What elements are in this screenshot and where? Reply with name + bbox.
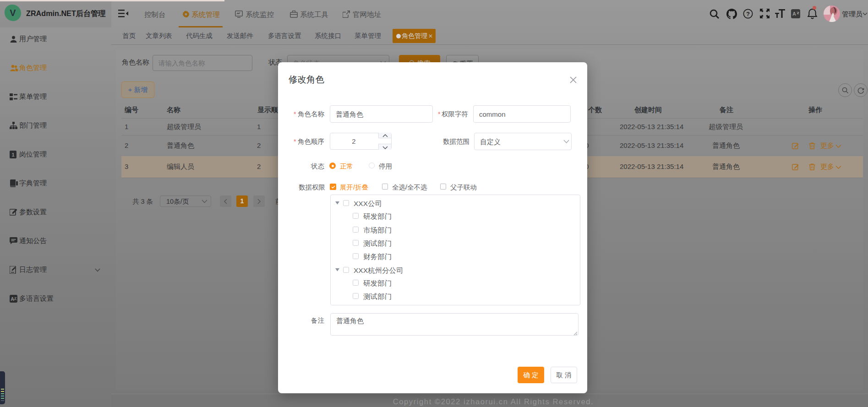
- svg-text:A: A: [792, 11, 796, 16]
- svg-text:1: 1: [11, 152, 14, 157]
- svg-text:?: ?: [746, 11, 750, 17]
- svg-text:A: A: [11, 296, 14, 302]
